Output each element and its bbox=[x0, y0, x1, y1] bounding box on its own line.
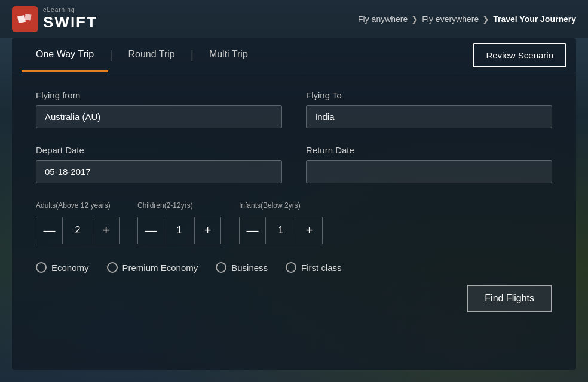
premium-economy-radio[interactable] bbox=[107, 262, 118, 273]
first-class-option[interactable]: First class bbox=[286, 262, 342, 273]
return-date-input[interactable] bbox=[306, 160, 552, 183]
first-class-radio[interactable] bbox=[286, 262, 296, 273]
logo-text: eLearning SWIFT bbox=[43, 7, 97, 32]
logo-icon bbox=[12, 6, 38, 32]
economy-radio[interactable] bbox=[36, 262, 47, 273]
children-decrement-button[interactable]: — bbox=[138, 217, 164, 244]
main-card: One Way Trip | Round Trip | Multi Trip R… bbox=[12, 38, 576, 370]
premium-economy-option[interactable]: Premium Economy bbox=[107, 262, 198, 273]
tab-bar: One Way Trip | Round Trip | Multi Trip R… bbox=[12, 38, 576, 72]
class-selection-row: Economy Premium Economy Business First c… bbox=[36, 262, 552, 273]
tab-separator-2: | bbox=[189, 48, 195, 62]
dates-row: Depart Date Return Date bbox=[36, 145, 552, 183]
tab-one-way[interactable]: One Way Trip bbox=[22, 38, 108, 72]
tab-separator-1: | bbox=[108, 48, 114, 62]
app-header: eLearning SWIFT Fly anywhere ❯ Fly every… bbox=[0, 0, 588, 38]
review-scenario-button[interactable]: Review Scenario bbox=[473, 43, 566, 67]
logo-elearning-label: eLearning bbox=[43, 7, 97, 13]
infants-stepper: — 1 + bbox=[239, 217, 323, 244]
flight-form: Flying from Flying To Depart Date Return… bbox=[12, 72, 576, 370]
adults-increment-button[interactable]: + bbox=[93, 217, 119, 244]
tab-round-trip[interactable]: Round Trip bbox=[114, 38, 189, 72]
flying-to-input[interactable] bbox=[306, 105, 552, 128]
bottom-row: Find Flights bbox=[36, 285, 552, 318]
adults-value: 2 bbox=[63, 225, 93, 236]
flying-from-input[interactable] bbox=[36, 105, 282, 128]
infants-value: 1 bbox=[266, 225, 296, 236]
breadcrumb-item1: Fly anywhere bbox=[358, 14, 408, 24]
tab-multi-trip[interactable]: Multi Trip bbox=[195, 38, 262, 72]
breadcrumb: Fly anywhere ❯ Fly everywhere ❯ Travel Y… bbox=[358, 14, 576, 24]
children-value: 1 bbox=[164, 225, 194, 236]
logo: eLearning SWIFT bbox=[12, 6, 97, 32]
adults-stepper: — 2 + bbox=[36, 217, 120, 244]
infants-increment-button[interactable]: + bbox=[296, 217, 322, 244]
breadcrumb-sep2: ❯ bbox=[482, 14, 489, 24]
return-date-group: Return Date bbox=[306, 145, 552, 183]
economy-label: Economy bbox=[51, 263, 89, 273]
logo-swift-label: SWIFT bbox=[43, 13, 97, 32]
flying-from-label: Flying from bbox=[36, 90, 282, 100]
infants-decrement-button[interactable]: — bbox=[240, 217, 266, 244]
children-stepper: — 1 + bbox=[137, 217, 221, 244]
children-group: Children(2-12yrs) — 1 + bbox=[137, 200, 221, 244]
svg-rect-1 bbox=[25, 14, 32, 21]
adults-decrement-button[interactable]: — bbox=[36, 217, 63, 244]
find-flights-button[interactable]: Find Flights bbox=[467, 285, 552, 312]
premium-economy-label: Premium Economy bbox=[122, 263, 198, 273]
economy-option[interactable]: Economy bbox=[36, 262, 89, 273]
breadcrumb-item3: Travel Your Journery bbox=[493, 14, 576, 24]
breadcrumb-item2: Fly everywhere bbox=[422, 14, 479, 24]
adults-label: Adults(Above 12 years) bbox=[36, 200, 120, 210]
business-label: Business bbox=[231, 263, 268, 273]
children-label: Children(2-12yrs) bbox=[137, 200, 221, 210]
children-increment-button[interactable]: + bbox=[194, 217, 220, 244]
depart-date-group: Depart Date bbox=[36, 145, 282, 183]
infants-group: Infants(Below 2yrs) — 1 + bbox=[239, 200, 323, 244]
flying-to-label: Flying To bbox=[306, 90, 552, 100]
adults-group: Adults(Above 12 years) — 2 + bbox=[36, 200, 120, 244]
return-date-label: Return Date bbox=[306, 145, 552, 155]
flying-to-group: Flying To bbox=[306, 90, 552, 128]
first-class-label: First class bbox=[301, 263, 342, 273]
infants-label: Infants(Below 2yrs) bbox=[239, 200, 323, 210]
passengers-row: Adults(Above 12 years) — 2 + Chil bbox=[36, 200, 552, 244]
business-option[interactable]: Business bbox=[216, 262, 268, 273]
origin-destination-row: Flying from Flying To bbox=[36, 90, 552, 128]
business-radio[interactable] bbox=[216, 262, 226, 273]
svg-rect-0 bbox=[17, 15, 26, 23]
breadcrumb-sep1: ❯ bbox=[411, 14, 418, 24]
depart-date-label: Depart Date bbox=[36, 145, 282, 155]
depart-date-input[interactable] bbox=[36, 160, 282, 183]
flying-from-group: Flying from bbox=[36, 90, 282, 128]
